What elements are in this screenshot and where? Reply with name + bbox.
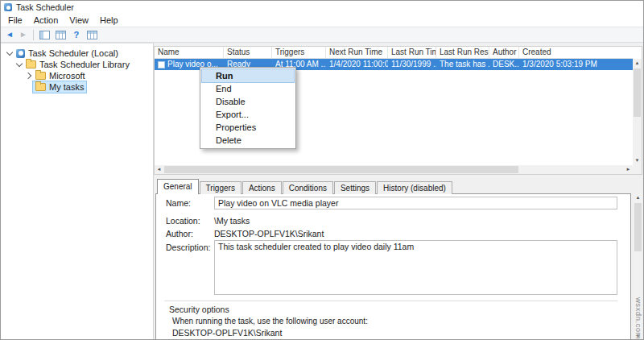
tree-item-microsoft[interactable]: Microsoft (1, 70, 153, 81)
column-header-triggers[interactable]: Triggers (272, 47, 326, 58)
task-scheduler-window: Task Scheduler File Action View Help ◄ ►… (0, 0, 644, 340)
context-menu-export[interactable]: Export... (202, 108, 294, 121)
scroll-up-icon[interactable]: ▲ (634, 193, 642, 202)
tab-history[interactable]: History (disabled) (377, 181, 452, 194)
context-menu-disable[interactable]: Disable (202, 95, 294, 108)
task-scheduler-icon (16, 49, 25, 58)
tree-item-my-tasks[interactable]: My tasks (1, 81, 153, 93)
tab-conditions[interactable]: Conditions (283, 181, 333, 194)
show-hide-action-pane-icon[interactable] (87, 31, 97, 39)
task-list-horizontal-scrollbar[interactable]: ◄ ► (155, 165, 633, 174)
console-tree-panel: Task Scheduler (Local) Task Scheduler Li… (1, 43, 154, 340)
tree-item-task-scheduler-local[interactable]: Task Scheduler (Local) (1, 48, 153, 59)
tree-item-label: Microsoft (49, 71, 85, 81)
column-header-created[interactable]: Created (519, 47, 633, 58)
folder-icon (35, 83, 46, 91)
column-header-status[interactable]: Status (224, 47, 272, 58)
general-tab-page: Name: Play video on VLC media player Loc… (155, 193, 631, 340)
name-value: Play video on VLC media player (214, 197, 617, 209)
context-menu-properties[interactable]: Properties (202, 121, 294, 134)
column-header-last-run-result[interactable]: Last Run Result (436, 47, 489, 58)
scrollbar-thumb[interactable] (634, 68, 641, 117)
task-list-vertical-scrollbar[interactable]: ▲ ▼ (633, 59, 642, 165)
menu-help[interactable]: Help (94, 14, 124, 27)
scroll-left-icon[interactable]: ◄ (155, 165, 163, 174)
export-list-icon[interactable] (56, 31, 66, 39)
column-header-next-run-time[interactable]: Next Run Time (326, 47, 388, 58)
details-pane: General Triggers Actions Conditions Sett… (154, 176, 642, 340)
tree-item-task-scheduler-library[interactable]: Task Scheduler Library (1, 59, 153, 70)
scroll-up-icon[interactable]: ▲ (633, 59, 642, 68)
show-hide-console-tree-icon[interactable] (39, 31, 50, 39)
menu-file[interactable]: File (2, 14, 28, 27)
back-arrow-icon[interactable]: ◄ (6, 31, 14, 39)
toolbar: ◄ ► ? (1, 27, 643, 43)
location-label: Location: (166, 216, 200, 226)
chevron-down-icon[interactable] (6, 49, 14, 57)
task-last-result-cell: The task has ... (436, 59, 489, 70)
author-value: DESKTOP-OPLFV1K\Srikant (214, 229, 324, 238)
column-header-last-run-time[interactable]: Last Run Time (388, 47, 436, 58)
tab-actions[interactable]: Actions (242, 181, 282, 194)
watermark: wsxdn.com (634, 297, 643, 339)
tab-triggers[interactable]: Triggers (200, 181, 242, 194)
chevron-right-icon[interactable] (25, 72, 33, 80)
context-menu: Run End Disable Export... Properties Del… (200, 67, 296, 149)
scrollbar-thumb[interactable] (634, 203, 642, 251)
column-header-author[interactable]: Author (489, 47, 519, 58)
details-tabs: General Triggers Actions Conditions Sett… (157, 179, 453, 194)
toolbar-separator (33, 30, 34, 40)
task-next-run-cell: 1/4/2020 11:00:0... (326, 59, 388, 70)
task-created-cell: 1/3/2020 5:03:19 PM (519, 59, 597, 70)
context-menu-delete[interactable]: Delete (202, 134, 294, 147)
scroll-down-icon[interactable]: ▼ (633, 156, 642, 165)
tree-item-label: Task Scheduler Library (39, 60, 130, 69)
task-author-cell: DESK... (489, 59, 519, 70)
security-options-heading: Security options (169, 305, 229, 314)
section-divider (164, 301, 617, 301)
task-last-run-cell: 11/30/1999 ... (388, 59, 436, 70)
task-icon (158, 61, 165, 68)
task-scheduler-app-icon (4, 3, 12, 11)
menu-action[interactable]: Action (28, 14, 64, 27)
description-label: Description: (166, 243, 210, 252)
context-menu-run[interactable]: Run (202, 69, 294, 82)
window-title: Task Scheduler (16, 2, 74, 12)
author-label: Author: (166, 229, 193, 238)
chevron-down-icon[interactable] (15, 60, 23, 68)
column-header-name[interactable]: Name (155, 47, 224, 58)
scrollbar-thumb[interactable] (164, 166, 518, 173)
help-icon[interactable]: ? (72, 30, 81, 39)
context-menu-end[interactable]: End (202, 82, 294, 95)
scrollbar-corner (633, 165, 642, 174)
tab-general[interactable]: General (157, 179, 199, 194)
tab-settings[interactable]: Settings (334, 181, 376, 194)
scroll-right-icon[interactable]: ► (624, 165, 633, 174)
task-list-header: Name Status Triggers Next Run Time Last … (155, 47, 633, 59)
description-value: This task scheduler created to play vide… (214, 240, 617, 295)
forward-arrow-icon[interactable]: ► (19, 31, 27, 39)
titlebar: Task Scheduler (1, 1, 643, 14)
tree-item-label: My tasks (49, 82, 84, 92)
security-account: DESKTOP-OPLFV1K\Srikant (172, 328, 282, 338)
folder-icon (26, 60, 36, 68)
folder-icon (35, 72, 46, 80)
name-label: Name: (166, 198, 191, 208)
menubar: File Action View Help (1, 14, 643, 27)
menu-view[interactable]: View (64, 14, 94, 27)
location-value: \My tasks (214, 216, 250, 226)
security-instruction: When running the task, use the following… (172, 317, 368, 325)
tree-item-label: Task Scheduler (Local) (28, 48, 118, 58)
